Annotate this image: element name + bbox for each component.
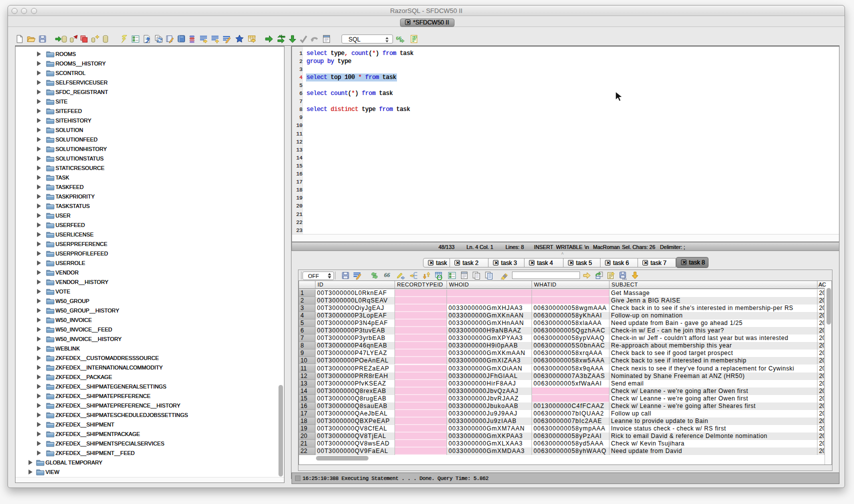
- svg-text:66: 66: [384, 272, 390, 278]
